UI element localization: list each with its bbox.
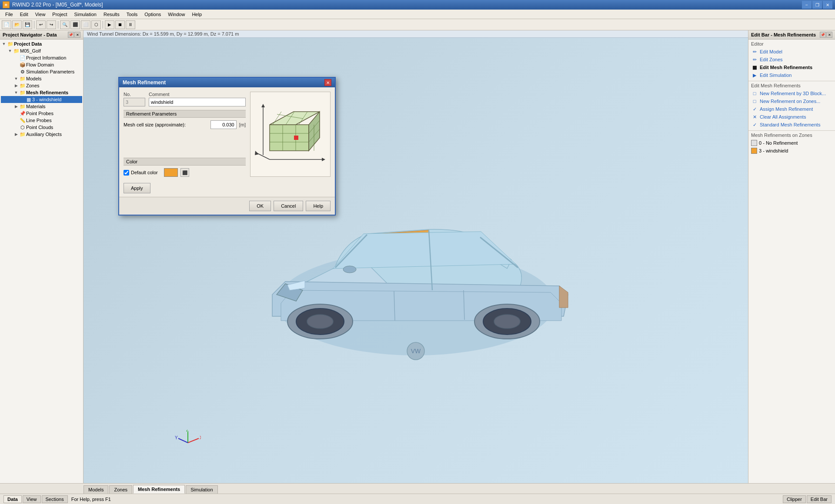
help-button[interactable]: Help [306,201,331,211]
open-btn[interactable]: 📂 [12,20,22,29]
tree-item-project-info[interactable]: 📄Project Information [1,54,82,61]
menu-tools[interactable]: Tools [123,11,141,18]
tree-item-auxiliary-objects[interactable]: ▶📁Auxiliary Objects [1,131,82,138]
edit-sim-link[interactable]: ▶ Edit Simulation [751,71,832,79]
menu-view[interactable]: View [32,11,49,18]
standard-label: Standard Mesh Refinements [760,122,820,127]
new-3d-block-link[interactable]: □ New Refinement by 3D Block... [751,90,832,97]
status-message: For Help, press F1 [71,497,779,502]
tree-item-m05-golf[interactable]: ▼📁M05_Golf [1,47,82,54]
status-view-label: View [27,497,37,502]
view-btn-3[interactable]: ⬜ [81,20,90,29]
right-close-btn[interactable]: ✕ [826,32,832,38]
assign-mesh-link[interactable]: ✓ Assign Mesh Refinement [751,105,832,113]
stop-btn[interactable]: ⏹ [115,20,125,29]
tree-item-point-clouds[interactable]: ⬡Point Clouds [1,124,82,131]
editbar-label: Edit Bar [811,497,828,502]
tab-zones[interactable]: Zones [109,485,132,494]
default-color-checkbox[interactable] [124,170,129,176]
field-comment-input[interactable] [149,98,246,106]
run-btn[interactable]: ▶ [105,20,114,29]
zone-0-label: 0 - No Refinement [759,140,798,146]
view-btn-2[interactable]: ⬛ [70,20,80,29]
save-btn[interactable]: 💾 [23,20,32,29]
edit-model-link[interactable]: ✏ Edit Model [751,48,832,56]
new-3d-label: New Refinement by 3D Block... [760,91,826,96]
tree-toggle-zones[interactable]: ▶ [13,83,19,89]
menu-edit[interactable]: Edit [17,11,32,18]
new-3d-icon: □ [751,90,758,96]
tree-item-3-windshield[interactable]: ▦3 - windshield [1,96,82,103]
tree-item-models[interactable]: ▼📁Models [1,75,82,82]
tree-toggle-materials[interactable]: ▶ [13,103,19,109]
dialog-left-col: No. Comment Refinement Parameters [124,92,246,177]
mesh-cell-input[interactable] [210,120,237,129]
status-tab-data[interactable]: Data [3,495,22,503]
status-data-label: Data [7,497,18,502]
tree-item-materials[interactable]: ▶📁Materials [1,103,82,110]
status-tab-view[interactable]: View [23,495,41,503]
menu-simulation[interactable]: Simulation [71,11,100,18]
view-btn-4[interactable]: ⬡ [91,20,101,29]
menu-options[interactable]: Options [141,11,164,18]
dialog-right-preview [250,92,331,177]
standard-mesh-link[interactable]: ✓ Standard Mesh Refinements [751,121,832,129]
menu-help[interactable]: Help [188,11,205,18]
restore-button[interactable]: ❐ [812,1,822,9]
new-zones-link[interactable]: □ New Refinement on Zones... [751,97,832,105]
color-picker-btn[interactable]: ⬛ [180,168,189,177]
tree-toggle-sim-params [13,69,19,75]
menu-results[interactable]: Results [100,11,123,18]
cancel-button[interactable]: Cancel [274,201,303,211]
mesh-zones-section: Mesh Refinements on Zones 0 - No Refinem… [748,131,835,156]
clear-label: Clear All Assignments [760,114,806,119]
viewport-3d[interactable]: VW X [84,38,748,483]
ok-button[interactable]: OK [249,201,271,211]
app-icon: R [3,1,10,8]
menu-file[interactable]: File [2,11,17,18]
minimize-button[interactable]: − [802,1,812,9]
tree-toggle-mesh-refinements[interactable]: ▼ [13,90,19,96]
tree-toggle-project-data[interactable]: ▼ [1,41,7,47]
zones-section-label: Mesh Refinements on Zones [751,133,832,138]
tree-toggle-m05-golf[interactable]: ▼ [7,48,13,54]
redo-btn[interactable]: ↪ [47,20,56,29]
apply-button[interactable]: Apply [124,183,150,193]
menu-window[interactable]: Window [164,11,188,18]
dialog-buttons: OK Cancel Help [119,197,335,215]
tree-toggle-auxiliary-objects[interactable]: ▶ [13,131,19,137]
right-pin-btn[interactable]: 📌 [820,32,826,38]
nav-pin-btn[interactable]: 📌 [68,32,74,38]
tree-item-point-probes[interactable]: 📌Point Probes [1,110,82,117]
close-button[interactable]: ✕ [823,1,832,9]
navigator-header: Project Navigator - Data 📌 ✕ [0,30,83,40]
edit-mesh-link[interactable]: ▦ Edit Mesh Refinements [751,63,832,71]
nav-close-btn[interactable]: ✕ [74,32,80,38]
tab-models[interactable]: Models [84,485,108,494]
view-btn-1[interactable]: 🔍 [60,20,70,29]
new-btn[interactable]: 📄 [2,20,11,29]
tree-item-project-data[interactable]: ▼📁Project Data [1,40,82,47]
field-comment: Comment [149,92,246,106]
status-clipper-tab[interactable]: Clipper [783,495,806,503]
status-editbar-tab[interactable]: Edit Bar [807,495,832,503]
edit-zones-link[interactable]: ✏ Edit Zones [751,56,832,63]
tree-item-sim-params[interactable]: ⚙Simulation Parameters [1,68,82,75]
undo-btn[interactable]: ↩ [36,20,46,29]
dialog-close-btn[interactable]: ✕ [324,79,331,86]
app-title: RWIND 2.02 Pro - [M05_Golf*, Models] [12,2,103,8]
tab-simulation[interactable]: Simulation [186,485,217,494]
tree-item-flow-domain[interactable]: 📦Flow Domain [1,61,82,68]
tab-mesh-refinements[interactable]: Mesh Refinements [133,485,185,494]
tree-item-line-probes[interactable]: 📏Line Probes [1,117,82,124]
status-tabs: Data View Sections [3,495,68,503]
default-color-checkbox-row: Default color [124,170,158,176]
pause-btn[interactable]: ⏸ [126,20,135,29]
tree-item-zones[interactable]: ▶📁Zones [1,82,82,89]
status-tab-sections[interactable]: Sections [42,495,68,503]
tree-item-mesh-refinements[interactable]: ▼📁Mesh Refinements [1,89,82,96]
clear-assignments-link[interactable]: ✕ Clear All Assignments [751,113,832,121]
tree-toggle-models[interactable]: ▼ [13,76,19,82]
tab-models-label: Models [88,487,104,492]
menu-project[interactable]: Project [49,11,70,18]
